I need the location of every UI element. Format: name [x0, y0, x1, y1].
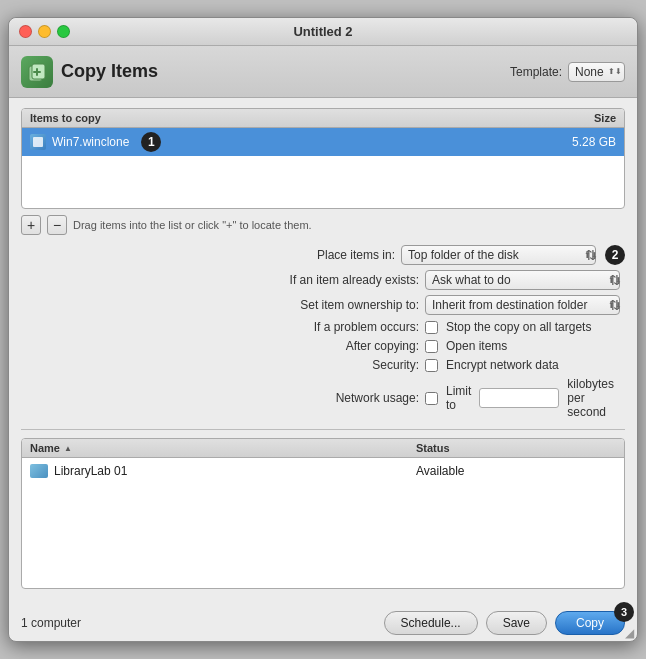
items-table-body: Win7.winclone 1 5.28 GB — [22, 128, 624, 208]
comp-col-status: Status — [416, 442, 616, 454]
if-problem-row: If a problem occurs: Stop the copy on al… — [21, 320, 625, 334]
place-items-row: Place items in: Top folder of the disk ⇅… — [21, 245, 625, 265]
drag-hint: Drag items into the list or click "+" to… — [73, 219, 312, 231]
add-item-button[interactable]: + — [21, 215, 41, 235]
save-button[interactable]: Save — [486, 611, 547, 635]
if-exists-select-wrapper[interactable]: Ask what to do ⇅ — [425, 270, 625, 290]
divider — [21, 429, 625, 430]
computer-count: 1 computer — [21, 616, 81, 630]
items-table-header: Items to copy Size — [22, 109, 624, 128]
network-suffix: kilobytes per second — [567, 377, 625, 419]
comp-col-name: Name — [30, 442, 60, 454]
template-select[interactable]: None — [568, 62, 625, 82]
row-filename: Win7.winclone — [52, 135, 129, 149]
traffic-lights — [19, 25, 70, 38]
table-actions: + − Drag items into the list or click "+… — [21, 215, 625, 235]
ownership-label: Set item ownership to: — [219, 298, 419, 312]
network-prefix: Limit to — [446, 384, 471, 412]
maximize-button[interactable] — [57, 25, 70, 38]
remove-item-button[interactable]: − — [47, 215, 67, 235]
items-col-size: Size — [594, 112, 616, 124]
toolbar-left: Copy Items — [21, 56, 158, 88]
copy-items-icon — [21, 56, 53, 88]
if-problem-label: If a problem occurs: — [219, 320, 419, 334]
place-items-label: Place items in: — [195, 248, 395, 262]
resize-handle[interactable]: ◢ — [625, 626, 634, 640]
schedule-button[interactable]: Schedule... — [384, 611, 478, 635]
badge-2: 2 — [605, 245, 625, 265]
copy-button[interactable]: Copy 3 — [555, 611, 625, 635]
ownership-select-wrapper[interactable]: Inherit from destination folder ⇅ — [425, 295, 625, 315]
options-section: Place items in: Top folder of the disk ⇅… — [21, 245, 625, 419]
network-value-input[interactable] — [479, 388, 559, 408]
file-icon — [30, 134, 46, 150]
computer-name: LibraryLab 01 — [54, 464, 127, 478]
computers-table: Name ▲ Status LibraryLab 01 Available — [21, 438, 625, 589]
computers-table-header: Name ▲ Status — [22, 439, 624, 458]
badge-3: 3 — [614, 602, 634, 622]
network-row: Network usage: Limit to kilobytes per se… — [21, 377, 625, 419]
svg-rect-2 — [33, 137, 43, 147]
footer: 1 computer Schedule... Save Copy 3 — [9, 605, 637, 641]
if-exists-label: If an item already exists: — [219, 273, 419, 287]
place-items-select-wrapper[interactable]: Top folder of the disk ⇅ — [401, 245, 601, 265]
after-copying-checkbox[interactable] — [425, 340, 438, 353]
toolbar-title: Copy Items — [61, 61, 158, 82]
ownership-select[interactable]: Inherit from destination folder — [425, 295, 620, 315]
table-row[interactable]: LibraryLab 01 Available — [22, 458, 624, 588]
badge-1: 1 — [141, 132, 161, 152]
security-row: Security: Encrypt network data — [21, 358, 625, 372]
network-checkbox[interactable] — [425, 392, 438, 405]
security-text: Encrypt network data — [446, 358, 559, 372]
close-button[interactable] — [19, 25, 32, 38]
network-label: Network usage: — [219, 391, 419, 405]
table-row[interactable]: Win7.winclone 1 5.28 GB — [22, 128, 624, 156]
if-exists-row: If an item already exists: Ask what to d… — [21, 270, 625, 290]
if-exists-select[interactable]: Ask what to do — [425, 270, 620, 290]
security-checkbox[interactable] — [425, 359, 438, 372]
items-col-name: Items to copy — [30, 112, 101, 124]
if-problem-checkbox[interactable] — [425, 321, 438, 334]
title-bar: Untitled 2 — [9, 18, 637, 46]
template-label: Template: — [510, 65, 562, 79]
minimize-button[interactable] — [38, 25, 51, 38]
main-content: Items to copy Size Win7.winclone 1 — [9, 98, 637, 605]
if-problem-text: Stop the copy on all targets — [446, 320, 591, 334]
toolbar: Copy Items Template: None — [9, 46, 637, 98]
computer-icon — [30, 464, 48, 478]
ownership-row: Set item ownership to: Inherit from dest… — [21, 295, 625, 315]
place-items-select[interactable]: Top folder of the disk — [401, 245, 596, 265]
main-window: Untitled 2 Copy Items Template: None — [8, 17, 638, 642]
window-title: Untitled 2 — [293, 24, 352, 39]
toolbar-right: Template: None — [510, 62, 625, 82]
sort-arrow-icon[interactable]: ▲ — [64, 444, 72, 453]
security-label: Security: — [219, 358, 419, 372]
after-copying-row: After copying: Open items — [21, 339, 625, 353]
after-copying-text: Open items — [446, 339, 507, 353]
template-select-wrapper[interactable]: None — [568, 62, 625, 82]
after-copying-label: After copying: — [219, 339, 419, 353]
row-filesize: 5.28 GB — [572, 135, 616, 149]
footer-buttons: Schedule... Save Copy 3 — [384, 611, 625, 635]
computer-status: Available — [416, 464, 616, 478]
items-table: Items to copy Size Win7.winclone 1 — [21, 108, 625, 209]
